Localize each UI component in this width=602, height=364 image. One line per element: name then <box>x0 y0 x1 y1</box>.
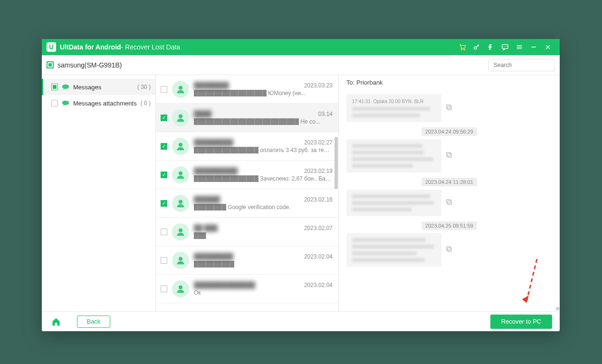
sidebar-label: Messages attachments <box>73 100 141 107</box>
home-button[interactable] <box>49 315 63 328</box>
scrollbar-thumb[interactable] <box>334 137 338 189</box>
sidebar-label: Messages <box>73 84 137 91</box>
message-bubble[interactable] <box>346 190 441 216</box>
conversation-item[interactable]: █████████2023.02.27████████████████ опла… <box>156 132 338 161</box>
conversation-name: █████████ <box>194 139 233 146</box>
svg-rect-23 <box>447 200 450 203</box>
conversation-date: 03.14 <box>318 111 333 117</box>
facebook-icon[interactable] <box>484 40 498 54</box>
device-checkbox[interactable] <box>47 61 54 68</box>
conversation-checkbox[interactable] <box>161 257 167 264</box>
app-subtitle: Recover Lost Data <box>121 43 181 51</box>
svg-rect-25 <box>447 247 450 250</box>
conversation-checkbox[interactable] <box>161 143 167 150</box>
minimize-icon[interactable] <box>526 40 541 54</box>
conversation-name: ████ <box>194 110 211 117</box>
conversation-item[interactable]: ██████████2023.02.19████████████████ Зач… <box>156 161 338 189</box>
recover-button[interactable]: Recover to PC <box>490 315 552 329</box>
to-label: To: <box>346 79 354 86</box>
conversation-date: 2023.02.27 <box>304 139 333 146</box>
svg-point-8 <box>62 85 69 89</box>
app-logo <box>47 42 56 52</box>
svg-point-6 <box>506 46 506 47</box>
chat-header: To: Priorbank <box>339 75 560 90</box>
svg-point-5 <box>505 46 505 47</box>
conversation-item[interactable]: ████03.14██████████████████████████ Не с… <box>156 104 338 132</box>
scrollbar-thumb[interactable] <box>556 307 559 310</box>
conversation-checkbox[interactable] <box>161 200 167 207</box>
chat-recipient: Priorbank <box>356 79 383 86</box>
avatar-icon <box>172 109 189 126</box>
svg-point-11 <box>179 114 182 118</box>
conversation-name: ██████ <box>194 196 220 203</box>
message-bubble[interactable]: 17:41:31. Oplata 20.00 BYN. BLR <box>346 94 441 122</box>
message-row <box>346 190 552 216</box>
message-row <box>346 139 552 172</box>
conversation-date: 2023.02.04 <box>304 253 333 260</box>
sidebar-count: ( 30 ) <box>137 84 151 90</box>
avatar-icon <box>172 81 189 98</box>
conversation-name: ██████████ <box>194 167 238 174</box>
app-title: UltData for Android <box>60 43 121 51</box>
device-bar: samsung(SM-G991B) <box>42 55 560 75</box>
sidebar-item-messages[interactable]: Messages ( 30 ) <box>42 79 155 95</box>
svg-point-12 <box>179 143 182 146</box>
copy-icon[interactable] <box>445 151 453 161</box>
feedback-icon[interactable] <box>498 40 512 54</box>
back-button[interactable]: Back <box>77 316 110 328</box>
close-icon[interactable] <box>541 40 555 54</box>
message-bubble[interactable] <box>346 139 441 172</box>
search-box[interactable] <box>488 59 555 71</box>
message-bubble[interactable] <box>346 233 441 267</box>
conversation-item[interactable]: ██████2023.02.16████████ Google verifica… <box>156 189 338 218</box>
conversation-checkbox[interactable] <box>161 86 167 93</box>
message-row <box>346 233 552 267</box>
timestamp: 2023.04.24 11:28:01 <box>346 177 552 186</box>
conversation-item[interactable]: ████████2023.03.23██████████████████ ЮMo… <box>156 75 338 104</box>
chat-body[interactable]: 17:41:31. Oplata 20.00 BYN. BLR2023.04.2… <box>339 90 560 311</box>
conversation-checkbox[interactable] <box>161 286 167 292</box>
conversation-preview: ████████████████ Зачислено: 2,67 бон.. Б… <box>194 175 333 182</box>
app-window: UltData for Android Recover Lost Data sa… <box>42 39 560 331</box>
svg-point-10 <box>179 86 182 89</box>
key-icon[interactable] <box>469 40 484 54</box>
conversation-item[interactable]: █████████2023.02.04██████████ <box>156 246 338 275</box>
copy-icon[interactable] <box>445 104 453 113</box>
conversation-name: ██████████████ <box>194 281 255 288</box>
conversation-preview: ████████ Google verification code. <box>194 204 333 211</box>
conversation-item[interactable]: ██ ███2023.02.07███ <box>156 218 338 246</box>
conversation-list[interactable]: ████████2023.03.23██████████████████ ЮMo… <box>156 75 339 311</box>
conversation-preview: ███ <box>194 232 333 239</box>
timestamp: 2023.04.24 09:56:29 <box>346 127 552 135</box>
device-name: samsung(SM-G991B) <box>57 61 122 69</box>
messages-icon <box>62 84 69 90</box>
svg-rect-20 <box>448 153 451 157</box>
sidebar-checkbox[interactable] <box>51 100 58 106</box>
avatar-icon <box>172 252 189 269</box>
copy-icon[interactable] <box>445 198 453 208</box>
conversation-checkbox[interactable] <box>161 115 167 121</box>
conversation-preview: ██████████ <box>194 261 333 268</box>
avatar-icon <box>172 138 189 155</box>
menu-icon[interactable] <box>512 40 526 54</box>
conversation-checkbox[interactable] <box>161 172 167 178</box>
svg-point-0 <box>461 49 462 50</box>
svg-rect-21 <box>447 153 450 156</box>
svg-point-1 <box>464 49 465 50</box>
conversation-preview: ██████████████████████████ Не со... <box>194 118 333 125</box>
conversation-date: 2023.02.19 <box>304 168 333 174</box>
titlebar: UltData for Android Recover Lost Data <box>42 39 560 55</box>
search-input[interactable] <box>494 62 560 68</box>
cart-icon[interactable] <box>455 40 469 54</box>
svg-point-15 <box>179 228 182 232</box>
svg-rect-22 <box>448 201 451 204</box>
sidebar: Messages ( 30 ) Messages attachments ( 0… <box>42 75 156 311</box>
svg-point-16 <box>179 257 182 260</box>
sidebar-checkbox[interactable] <box>51 84 58 90</box>
conversation-checkbox[interactable] <box>161 229 167 235</box>
copy-icon[interactable] <box>445 245 453 255</box>
conversation-item[interactable]: ██████████████2023.02.04Ок <box>156 275 338 303</box>
timestamp: 2023.04.25 09:51:59 <box>346 221 552 230</box>
conversation-name: ████████ <box>194 82 229 89</box>
sidebar-item-attachments[interactable]: Messages attachments ( 0 ) <box>42 95 155 111</box>
